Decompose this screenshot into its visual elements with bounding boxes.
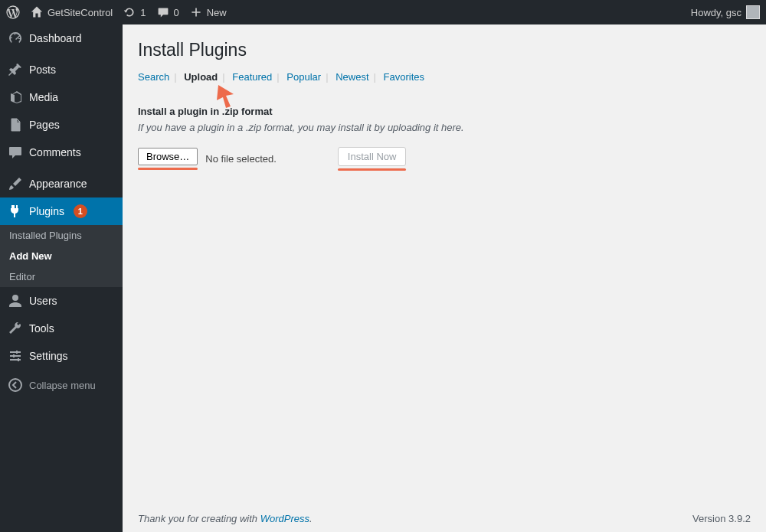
sliders-icon: [8, 348, 23, 364]
submenu-editor[interactable]: Editor: [0, 266, 123, 287]
sidebar-label: Comments: [29, 146, 81, 158]
pages-icon: [8, 117, 23, 132]
sidebar-item-dashboard[interactable]: Dashboard: [0, 24, 123, 52]
plugins-submenu: Installed Plugins Add New Editor: [0, 225, 123, 287]
sidebar-item-plugins[interactable]: Plugins 1: [0, 197, 123, 225]
plugins-badge: 1: [74, 204, 87, 218]
admin-sidebar: Dashboard Posts Media Pages Comments App…: [0, 24, 123, 532]
sidebar-item-tools[interactable]: Tools: [0, 315, 123, 342]
footer-wp-link[interactable]: WordPress: [260, 513, 309, 524]
admin-comments[interactable]: 0: [157, 6, 179, 18]
file-status: No file selected.: [205, 153, 277, 165]
collapse-icon: [8, 377, 23, 393]
admin-site-name: GetSiteControl: [47, 7, 113, 18]
sidebar-item-posts[interactable]: Posts: [0, 56, 123, 83]
main-content: Install Plugins Search| Upload| Featured…: [123, 24, 766, 532]
sidebar-item-appearance[interactable]: Appearance: [0, 170, 123, 197]
admin-updates-count: 1: [140, 7, 146, 18]
submenu-add-new[interactable]: Add New: [0, 246, 123, 266]
admin-updates[interactable]: 1: [123, 6, 146, 18]
sidebar-item-media[interactable]: Media: [0, 83, 123, 111]
sidebar-item-comments[interactable]: Comments: [0, 139, 123, 166]
dashboard-icon: [8, 31, 23, 46]
footer-thanks-suffix: .: [309, 513, 313, 524]
submenu-installed-plugins[interactable]: Installed Plugins: [0, 225, 123, 246]
tab-newest[interactable]: Newest: [336, 71, 368, 83]
sidebar-label: Tools: [29, 322, 54, 335]
wrench-icon: [8, 321, 23, 336]
admin-comments-count: 0: [174, 7, 179, 18]
sidebar-label: Plugins: [29, 205, 64, 217]
upload-help: If you have a plugin in a .zip format, y…: [138, 122, 751, 133]
plus-icon: [190, 6, 202, 18]
collapse-label: Collapse menu: [29, 380, 96, 391]
admin-new[interactable]: New: [190, 6, 227, 18]
admin-site-link[interactable]: GetSiteControl: [31, 6, 113, 18]
sidebar-label: Appearance: [29, 178, 87, 190]
footer-thanks-prefix: Thank you for creating with: [138, 513, 260, 524]
tab-favorites[interactable]: Favorites: [384, 71, 424, 83]
updates-icon: [123, 6, 136, 18]
tab-upload[interactable]: Upload: [184, 71, 218, 83]
annotation-underline: [338, 168, 407, 171]
comment-icon: [157, 6, 169, 18]
comment-icon: [8, 145, 23, 160]
annotation-underline: [138, 168, 198, 170]
admin-howdy: Howdy, gsc: [691, 7, 741, 18]
plug-icon: [8, 204, 23, 219]
tab-popular[interactable]: Popular: [286, 71, 321, 83]
wordpress-icon: [6, 5, 20, 19]
tab-search[interactable]: Search: [138, 71, 169, 83]
browse-button[interactable]: Browse…: [138, 148, 198, 165]
footer-version: Version 3.9.2: [692, 513, 751, 524]
tab-featured[interactable]: Featured: [232, 71, 272, 83]
admin-user[interactable]: Howdy, gsc: [691, 5, 760, 19]
admin-bar: GetSiteControl 1 0 New Howdy, gsc: [0, 0, 766, 24]
upload-form: Browse… No file selected. Install Now: [138, 147, 751, 171]
admin-footer: Thank you for creating with WordPress. V…: [138, 513, 751, 524]
sidebar-label: Posts: [29, 64, 56, 76]
page-title: Install Plugins: [138, 40, 751, 60]
admin-new-label: New: [207, 7, 227, 18]
wp-logo[interactable]: [6, 5, 20, 19]
sidebar-label: Media: [29, 91, 58, 103]
sidebar-item-pages[interactable]: Pages: [0, 111, 123, 139]
media-icon: [8, 90, 23, 105]
pin-icon: [8, 62, 23, 77]
user-icon: [8, 293, 23, 308]
avatar: [746, 5, 760, 19]
upload-heading: Install a plugin in .zip format: [138, 106, 751, 117]
sidebar-label: Pages: [29, 119, 60, 131]
install-now-button[interactable]: Install Now: [338, 147, 407, 166]
brush-icon: [8, 176, 23, 191]
sidebar-label: Dashboard: [29, 32, 82, 44]
svg-point-0: [9, 379, 21, 391]
sidebar-label: Settings: [29, 350, 68, 362]
sidebar-item-users[interactable]: Users: [0, 287, 123, 315]
collapse-menu[interactable]: Collapse menu: [0, 370, 123, 400]
home-icon: [31, 6, 43, 18]
sidebar-item-settings[interactable]: Settings: [0, 342, 123, 370]
sidebar-label: Users: [29, 295, 57, 307]
install-tabs: Search| Upload| Featured| Popular| Newes…: [138, 71, 751, 83]
